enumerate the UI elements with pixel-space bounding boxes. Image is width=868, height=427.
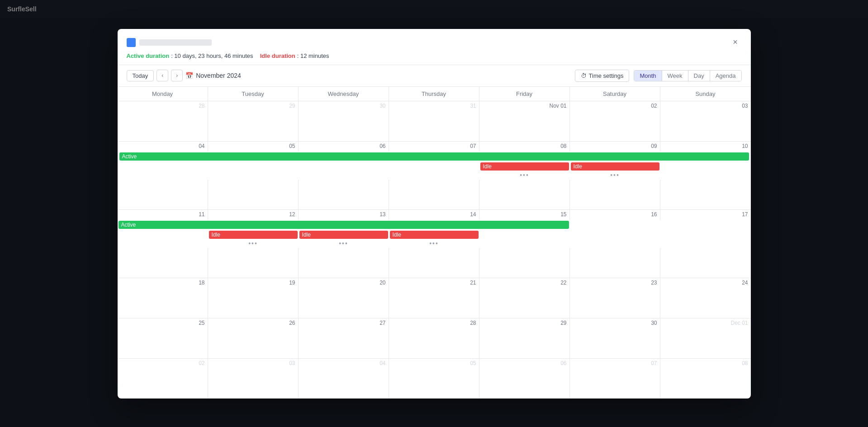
day-cell-30nov[interactable]: 30 <box>570 318 660 328</box>
day-body-30oct[interactable] <box>299 111 389 141</box>
day-cell-04nov[interactable]: 04 <box>118 142 208 152</box>
day-body-01dec[interactable] <box>660 328 751 358</box>
day-cell-14nov[interactable]: 14 <box>389 210 479 220</box>
day-cell-27nov[interactable]: 27 <box>299 318 389 328</box>
day-body-13nov[interactable] <box>299 248 389 278</box>
day-cell-21nov[interactable]: 21 <box>389 278 479 288</box>
close-button[interactable]: × <box>729 36 742 49</box>
day-cell-07dec[interactable]: 07 <box>570 359 660 369</box>
day-cell-01nov[interactable]: Nov 01 <box>479 101 570 111</box>
day-cell-07nov[interactable]: 07 <box>389 142 479 152</box>
day-cell-03nov[interactable]: 03 <box>660 101 751 111</box>
day-cell-28oct[interactable]: 28 <box>118 101 208 111</box>
day-cell-16nov[interactable]: 16 <box>570 210 660 220</box>
day-body-24nov[interactable] <box>660 288 751 318</box>
day-body-03nov[interactable] <box>660 111 751 141</box>
day-body-10nov[interactable] <box>660 180 751 209</box>
day-body-05nov[interactable] <box>208 180 299 209</box>
day-cell-19nov[interactable]: 19 <box>208 278 299 288</box>
day-cell-02nov[interactable]: 02 <box>570 101 660 111</box>
more-dots-08nov[interactable]: ••• <box>480 171 569 179</box>
event-idle-12nov[interactable]: Idle <box>209 231 298 239</box>
day-body-17nov[interactable] <box>660 248 751 278</box>
tab-month[interactable]: Month <box>634 71 662 81</box>
day-cell-06nov[interactable]: 06 <box>299 142 389 152</box>
day-cell-25nov[interactable]: 25 <box>118 318 208 328</box>
prev-button[interactable]: ‹ <box>157 70 168 81</box>
event-idle-13nov[interactable]: Idle <box>299 231 388 239</box>
day-body-31oct[interactable] <box>389 111 479 141</box>
day-body-20nov[interactable] <box>299 288 389 318</box>
day-cell-05dec[interactable]: 05 <box>389 359 479 369</box>
day-cell-31oct[interactable]: 31 <box>389 101 479 111</box>
day-cell-10nov[interactable]: 10 <box>660 142 751 152</box>
day-body-14nov[interactable] <box>389 248 479 278</box>
day-cell-30oct[interactable]: 30 <box>299 101 389 111</box>
day-body-11nov[interactable] <box>118 248 208 278</box>
day-body-16nov[interactable] <box>570 248 660 278</box>
day-body-29oct[interactable] <box>208 111 299 141</box>
day-body-08dec[interactable] <box>660 369 751 399</box>
day-cell-18nov[interactable]: 18 <box>118 278 208 288</box>
day-cell-29oct[interactable]: 29 <box>208 101 299 111</box>
day-body-15nov[interactable] <box>479 248 570 278</box>
day-cell-03dec[interactable]: 03 <box>208 359 299 369</box>
day-cell-08nov[interactable]: 08 <box>479 142 570 152</box>
day-body-05dec[interactable] <box>389 369 479 399</box>
day-body-04dec[interactable] <box>299 369 389 399</box>
day-cell-11nov[interactable]: 11 <box>118 210 208 220</box>
more-dots-13nov[interactable]: ••• <box>299 239 388 247</box>
day-cell-02dec[interactable]: 02 <box>118 359 208 369</box>
day-body-18nov[interactable] <box>118 288 208 318</box>
day-body-28nov[interactable] <box>389 328 479 358</box>
tab-agenda[interactable]: Agenda <box>710 71 741 81</box>
day-body-06nov[interactable] <box>299 180 389 209</box>
day-body-07dec[interactable] <box>570 369 660 399</box>
tab-week[interactable]: Week <box>662 71 688 81</box>
day-cell-28nov[interactable]: 28 <box>389 318 479 328</box>
time-settings-button[interactable]: ⏱ Time settings <box>575 70 630 82</box>
day-cell-05nov[interactable]: 05 <box>208 142 299 152</box>
tab-day[interactable]: Day <box>688 71 710 81</box>
day-body-07nov[interactable] <box>389 180 479 209</box>
day-cell-08dec[interactable]: 08 <box>660 359 751 369</box>
day-cell-15nov[interactable]: 15 <box>479 210 570 220</box>
day-cell-01dec[interactable]: Dec 01 <box>660 318 751 328</box>
day-body-29nov[interactable] <box>479 328 570 358</box>
event-active-week3[interactable]: Active <box>119 221 569 229</box>
day-body-21nov[interactable] <box>389 288 479 318</box>
day-body-22nov[interactable] <box>479 288 570 318</box>
event-idle-08nov[interactable]: Idle <box>480 162 569 171</box>
day-cell-29nov[interactable]: 29 <box>479 318 570 328</box>
day-body-19nov[interactable] <box>208 288 299 318</box>
day-body-03dec[interactable] <box>208 369 299 399</box>
day-cell-24nov[interactable]: 24 <box>660 278 751 288</box>
day-body-28oct[interactable] <box>118 111 208 141</box>
day-body-27nov[interactable] <box>299 328 389 358</box>
more-dots-14nov[interactable]: ••• <box>390 239 479 247</box>
day-body-02dec[interactable] <box>118 369 208 399</box>
day-cell-17nov[interactable]: 17 <box>660 210 751 220</box>
day-cell-04dec[interactable]: 04 <box>299 359 389 369</box>
more-dots-09nov[interactable]: ••• <box>571 171 659 179</box>
event-idle-09nov[interactable]: Idle <box>571 162 659 171</box>
more-dots-12nov[interactable]: ••• <box>209 239 298 247</box>
day-body-30nov[interactable] <box>570 328 660 358</box>
day-body-01nov[interactable] <box>479 111 570 141</box>
day-cell-09nov[interactable]: 09 <box>570 142 660 152</box>
day-body-08nov[interactable] <box>479 180 570 209</box>
event-idle-14nov[interactable]: Idle <box>390 231 479 239</box>
day-cell-13nov[interactable]: 13 <box>299 210 389 220</box>
day-cell-22nov[interactable]: 22 <box>479 278 570 288</box>
day-body-04nov[interactable] <box>118 180 208 209</box>
day-body-23nov[interactable] <box>570 288 660 318</box>
next-button[interactable]: › <box>171 70 183 81</box>
today-button[interactable]: Today <box>127 70 154 81</box>
day-cell-12nov[interactable]: 12 <box>208 210 299 220</box>
day-cell-20nov[interactable]: 20 <box>299 278 389 288</box>
day-cell-26nov[interactable]: 26 <box>208 318 299 328</box>
day-body-25nov[interactable] <box>118 328 208 358</box>
day-cell-06dec[interactable]: 06 <box>479 359 570 369</box>
day-body-06dec[interactable] <box>479 369 570 399</box>
day-cell-23nov[interactable]: 23 <box>570 278 660 288</box>
